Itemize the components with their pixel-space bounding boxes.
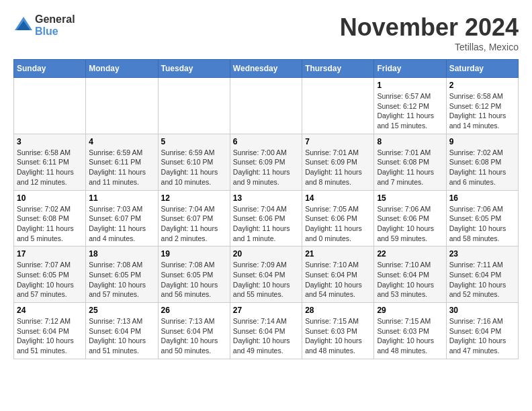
day-number: 14	[305, 193, 371, 203]
column-header-sunday: Sunday	[14, 60, 86, 78]
day-info: Sunrise: 7:06 AMSunset: 6:06 PMDaylight:…	[377, 204, 443, 244]
calendar-week-row: 3Sunrise: 6:58 AMSunset: 6:11 PMDaylight…	[14, 134, 519, 190]
calendar-cell: 14Sunrise: 7:05 AMSunset: 6:06 PMDayligh…	[302, 190, 374, 246]
calendar-cell: 28Sunrise: 7:15 AMSunset: 6:03 PMDayligh…	[302, 303, 374, 359]
day-number: 3	[17, 137, 83, 146]
day-info: Sunrise: 7:04 AMSunset: 6:07 PMDaylight:…	[161, 204, 227, 244]
calendar-cell: 29Sunrise: 7:15 AMSunset: 6:03 PMDayligh…	[374, 303, 446, 359]
day-number: 20	[233, 249, 299, 259]
day-info: Sunrise: 7:02 AMSunset: 6:08 PMDaylight:…	[17, 204, 83, 244]
day-number: 21	[305, 249, 371, 259]
day-info: Sunrise: 7:04 AMSunset: 6:06 PMDaylight:…	[233, 204, 299, 244]
day-info: Sunrise: 7:01 AMSunset: 6:08 PMDaylight:…	[377, 148, 443, 187]
day-number: 26	[161, 306, 227, 315]
day-number: 7	[305, 137, 371, 146]
day-number: 13	[233, 193, 299, 203]
day-info: Sunrise: 7:13 AMSunset: 6:04 PMDaylight:…	[161, 316, 227, 356]
day-number: 25	[89, 306, 154, 315]
day-number: 16	[449, 193, 515, 203]
day-info: Sunrise: 7:08 AMSunset: 6:05 PMDaylight:…	[89, 260, 154, 300]
calendar-cell: 13Sunrise: 7:04 AMSunset: 6:06 PMDayligh…	[230, 190, 302, 246]
day-info: Sunrise: 7:01 AMSunset: 6:09 PMDaylight:…	[305, 148, 371, 187]
calendar-cell: 16Sunrise: 7:06 AMSunset: 6:05 PMDayligh…	[446, 190, 518, 246]
day-info: Sunrise: 7:13 AMSunset: 6:04 PMDaylight:…	[89, 316, 154, 356]
page-header: General Blue November 2024 Tetillas, Mex…	[13, 13, 519, 52]
day-number: 30	[449, 306, 515, 315]
day-number: 11	[89, 193, 154, 203]
day-number: 29	[377, 306, 443, 315]
day-number: 24	[17, 306, 83, 315]
day-info: Sunrise: 7:07 AMSunset: 6:05 PMDaylight:…	[17, 260, 83, 300]
day-info: Sunrise: 7:05 AMSunset: 6:06 PMDaylight:…	[305, 204, 371, 244]
day-number: 23	[449, 249, 515, 259]
calendar-cell: 22Sunrise: 7:10 AMSunset: 6:04 PMDayligh…	[374, 246, 446, 303]
day-number: 17	[17, 249, 83, 259]
calendar-cell: 18Sunrise: 7:08 AMSunset: 6:05 PMDayligh…	[86, 246, 158, 303]
calendar-cell: 3Sunrise: 6:58 AMSunset: 6:11 PMDaylight…	[14, 134, 86, 190]
calendar-cell: 10Sunrise: 7:02 AMSunset: 6:08 PMDayligh…	[14, 190, 86, 246]
calendar-cell	[14, 78, 86, 134]
logo-text-line2: Blue	[35, 26, 75, 38]
logo-text-line1: General	[35, 13, 75, 26]
logo: General Blue	[13, 13, 75, 38]
calendar-cell: 27Sunrise: 7:14 AMSunset: 6:04 PMDayligh…	[230, 303, 302, 359]
column-header-tuesday: Tuesday	[158, 60, 230, 78]
calendar-cell: 1Sunrise: 6:57 AMSunset: 6:12 PMDaylight…	[374, 78, 446, 134]
day-info: Sunrise: 7:15 AMSunset: 6:03 PMDaylight:…	[305, 316, 371, 356]
calendar-header-row: SundayMondayTuesdayWednesdayThursdayFrid…	[14, 60, 519, 78]
day-number: 5	[161, 137, 227, 146]
calendar-cell: 9Sunrise: 7:02 AMSunset: 6:08 PMDaylight…	[446, 134, 518, 190]
day-info: Sunrise: 6:58 AMSunset: 6:11 PMDaylight:…	[17, 148, 83, 187]
calendar-cell: 21Sunrise: 7:10 AMSunset: 6:04 PMDayligh…	[302, 246, 374, 303]
day-info: Sunrise: 7:15 AMSunset: 6:03 PMDaylight:…	[377, 316, 443, 356]
day-info: Sunrise: 7:03 AMSunset: 6:07 PMDaylight:…	[89, 204, 154, 244]
day-number: 22	[377, 249, 443, 259]
calendar-cell: 24Sunrise: 7:12 AMSunset: 6:04 PMDayligh…	[14, 303, 86, 359]
calendar-cell: 26Sunrise: 7:13 AMSunset: 6:04 PMDayligh…	[158, 303, 230, 359]
calendar-cell: 6Sunrise: 7:00 AMSunset: 6:09 PMDaylight…	[230, 134, 302, 190]
day-info: Sunrise: 6:58 AMSunset: 6:12 PMDaylight:…	[449, 91, 515, 131]
calendar-week-row: 1Sunrise: 6:57 AMSunset: 6:12 PMDaylight…	[14, 78, 519, 134]
day-number: 8	[377, 137, 443, 146]
calendar-cell: 25Sunrise: 7:13 AMSunset: 6:04 PMDayligh…	[86, 303, 158, 359]
calendar-week-row: 24Sunrise: 7:12 AMSunset: 6:04 PMDayligh…	[14, 303, 519, 359]
day-number: 2	[449, 81, 515, 90]
day-number: 12	[161, 193, 227, 203]
column-header-monday: Monday	[86, 60, 158, 78]
calendar-cell	[302, 78, 374, 134]
day-info: Sunrise: 7:00 AMSunset: 6:09 PMDaylight:…	[233, 148, 299, 187]
day-info: Sunrise: 7:08 AMSunset: 6:05 PMDaylight:…	[161, 260, 227, 300]
calendar-cell: 4Sunrise: 6:59 AMSunset: 6:11 PMDaylight…	[86, 134, 158, 190]
calendar-table: SundayMondayTuesdayWednesdayThursdayFrid…	[13, 59, 519, 359]
calendar-week-row: 17Sunrise: 7:07 AMSunset: 6:05 PMDayligh…	[14, 246, 519, 303]
day-number: 27	[233, 306, 299, 315]
calendar-cell: 7Sunrise: 7:01 AMSunset: 6:09 PMDaylight…	[302, 134, 374, 190]
day-number: 6	[233, 137, 299, 146]
column-header-friday: Friday	[374, 60, 446, 78]
day-info: Sunrise: 7:16 AMSunset: 6:04 PMDaylight:…	[449, 316, 515, 356]
calendar-cell: 5Sunrise: 6:59 AMSunset: 6:10 PMDaylight…	[158, 134, 230, 190]
column-header-saturday: Saturday	[446, 60, 518, 78]
day-number: 10	[17, 193, 83, 203]
day-info: Sunrise: 7:14 AMSunset: 6:04 PMDaylight:…	[233, 316, 299, 356]
day-number: 15	[377, 193, 443, 203]
day-info: Sunrise: 7:12 AMSunset: 6:04 PMDaylight:…	[17, 316, 83, 356]
day-number: 18	[89, 249, 154, 259]
calendar-cell: 17Sunrise: 7:07 AMSunset: 6:05 PMDayligh…	[14, 246, 86, 303]
day-info: Sunrise: 7:11 AMSunset: 6:04 PMDaylight:…	[449, 260, 515, 300]
title-block: November 2024 Tetillas, Mexico	[340, 13, 519, 52]
calendar-cell: 11Sunrise: 7:03 AMSunset: 6:07 PMDayligh…	[86, 190, 158, 246]
day-info: Sunrise: 7:10 AMSunset: 6:04 PMDaylight:…	[305, 260, 371, 300]
calendar-cell	[230, 78, 302, 134]
calendar-cell: 2Sunrise: 6:58 AMSunset: 6:12 PMDaylight…	[446, 78, 518, 134]
column-header-thursday: Thursday	[302, 60, 374, 78]
calendar-cell	[86, 78, 158, 134]
day-info: Sunrise: 7:02 AMSunset: 6:08 PMDaylight:…	[449, 148, 515, 187]
calendar-cell: 8Sunrise: 7:01 AMSunset: 6:08 PMDaylight…	[374, 134, 446, 190]
calendar-cell: 15Sunrise: 7:06 AMSunset: 6:06 PMDayligh…	[374, 190, 446, 246]
calendar-cell: 19Sunrise: 7:08 AMSunset: 6:05 PMDayligh…	[158, 246, 230, 303]
day-number: 28	[305, 306, 371, 315]
day-info: Sunrise: 7:09 AMSunset: 6:04 PMDaylight:…	[233, 260, 299, 300]
day-number: 4	[89, 137, 154, 146]
day-number: 1	[377, 81, 443, 90]
